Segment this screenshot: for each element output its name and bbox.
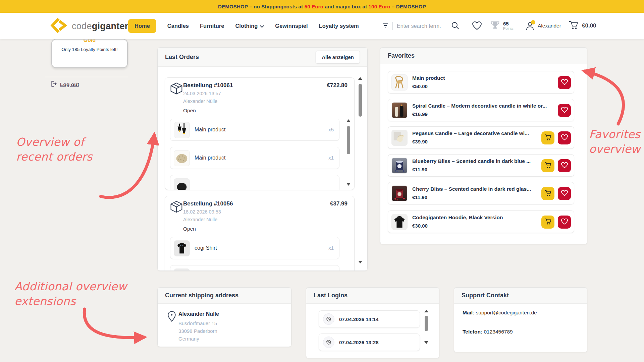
logout-label: Log out: [60, 81, 79, 87]
favorite-item[interactable]: Codegiganten Hoodie, Black Version €30.0…: [388, 210, 574, 233]
order-line-item: <> cogi Shirt x1: [170, 237, 339, 259]
nav-item-furniture[interactable]: Furniture: [200, 23, 224, 29]
favorite-item[interactable]: Blueberry Bliss – Scented candle in dark…: [388, 154, 574, 177]
order-date: 18.02.2026 09:53: [183, 209, 221, 215]
remove-favorite-button[interactable]: [558, 216, 571, 229]
cart-icon: [544, 190, 552, 197]
annotation-recent-orders: Overview of recent orders: [16, 135, 93, 164]
cart-widget[interactable]: €0.00: [569, 13, 596, 39]
annotation-extensions: Additional overview extensions: [14, 279, 127, 309]
support-phone-row: Telefon: 0123456789: [463, 329, 513, 335]
remove-favorite-button[interactable]: [558, 104, 571, 117]
order-total: €37.99: [330, 200, 347, 207]
order-item-name: Main product: [195, 127, 226, 133]
loyalty-points-note: Only 185 Loyalty Points left!: [52, 46, 127, 53]
loyalty-tier-card: Gold Only 185 Loyalty Points left!: [51, 39, 128, 68]
product-thumbnail-gray: [174, 268, 190, 271]
package-icon: [170, 200, 183, 215]
order-customer: Alexander Nülle: [183, 99, 217, 104]
last-logins-title: Last Logins: [314, 292, 347, 299]
order-card-10061: Bestellung #10061 €722.80 24.03.2026 13:…: [165, 77, 355, 190]
order-item-qty: x1: [328, 245, 334, 251]
support-contact-panel: Support Contakt Mail: support@codegigant…: [454, 287, 587, 352]
user-status-dot: [531, 20, 535, 24]
heart-icon: [561, 107, 568, 114]
shipping-country: Germany: [178, 336, 199, 342]
favorite-item[interactable]: Pegasus Candle – Large decorative candle…: [388, 126, 574, 149]
annotation-favorites: Favorites overview: [589, 127, 641, 157]
filter-icon[interactable]: [382, 23, 388, 29]
order-line-item-clipped: [170, 175, 339, 190]
trophy-icon: [490, 21, 500, 31]
logout-icon: [51, 80, 57, 88]
shipping-street: Busdorfmauer 15: [178, 320, 217, 326]
nav-item-candles[interactable]: Candles: [167, 23, 189, 29]
search-icon[interactable]: [451, 21, 459, 31]
product-thumbnail-rattan: [174, 150, 190, 166]
favorite-price: €30.00: [412, 223, 428, 229]
last-orders-title: Last Orders: [165, 54, 199, 61]
order-items-scrollbar[interactable]: [346, 119, 351, 190]
favorite-name: Codegiganten Hoodie, Black Version: [412, 215, 503, 221]
login-timestamp: 07.04.2026 13:28: [339, 340, 379, 345]
support-phone-label: Telefon:: [463, 329, 482, 335]
last-logins-panel: Last Logins 07.04.2026 14:14 07.04.2026 …: [306, 287, 439, 358]
login-timestamp: 07.04.2026 14:14: [339, 316, 379, 322]
add-to-cart-button[interactable]: [541, 159, 554, 172]
favorite-item[interactable]: Cherry Bliss – Scented candle in dark re…: [388, 182, 574, 204]
last-logins-header: Last Logins: [306, 288, 439, 304]
shipping-address-header: Current shipping address: [158, 288, 291, 304]
promo-banner-highlight-100: 100 Euro: [369, 4, 390, 9]
logins-scrollbar[interactable]: [424, 309, 428, 353]
order-line-item-clipped: [170, 265, 339, 271]
history-clock-icon: [323, 337, 334, 348]
main-header: codegiganten Home Candles Furniture Clot…: [0, 13, 644, 39]
order-id: Bestellung #10061: [183, 82, 233, 89]
favorites-title: Favorites: [388, 52, 415, 59]
sidebar-divider: [45, 77, 128, 77]
order-line-item: Main product x1: [170, 147, 339, 169]
remove-favorite-button[interactable]: [558, 187, 571, 200]
logo-text: codegiganten: [72, 21, 130, 32]
nav-item-clothing[interactable]: Clothing: [235, 23, 264, 29]
wishlist-icon[interactable]: [472, 13, 482, 39]
favorite-name: Main product: [412, 75, 445, 81]
shop-logo[interactable]: codegiganten: [50, 18, 130, 35]
logo-icon: [50, 18, 68, 35]
order-customer: Alexander Nülle: [183, 217, 217, 222]
arrow-to-extensions: [84, 309, 144, 338]
search-divider: [392, 22, 393, 30]
show-all-orders-button[interactable]: Alle anzeigen: [316, 51, 360, 64]
favorite-price: €16.99: [412, 111, 428, 117]
nav-item-loyalty-system[interactable]: Loyalty system: [319, 23, 359, 29]
order-total: €722.80: [327, 82, 347, 89]
order-item-qty: x5: [328, 127, 334, 132]
svg-text:<>: <>: [180, 244, 183, 246]
product-thumbnail-cherry-candle: [391, 185, 408, 201]
nav-item-gewinnspiel[interactable]: Gewinnspiel: [275, 23, 308, 29]
product-thumbnail-shirt: <>: [174, 240, 190, 256]
shipping-address-title: Current shipping address: [165, 292, 238, 299]
points-label: Points: [503, 26, 514, 31]
remove-favorite-button[interactable]: [558, 76, 571, 89]
favorite-item[interactable]: Main product €50.00: [388, 71, 574, 94]
main-nav: Home Candles Furniture Clothing Gewinnsp…: [128, 13, 359, 39]
nav-item-home[interactable]: Home: [128, 19, 156, 33]
remove-favorite-button[interactable]: [558, 131, 571, 144]
add-to-cart-button[interactable]: [541, 216, 554, 229]
favorite-price: €11.90: [412, 167, 427, 172]
account-widget[interactable]: Alexander: [525, 13, 561, 39]
product-thumbnail-chair: [391, 74, 408, 90]
add-to-cart-button[interactable]: [541, 187, 554, 200]
loyalty-points-widget[interactable]: 65 Points: [490, 13, 514, 39]
user-icon: [525, 21, 535, 31]
search-input[interactable]: [397, 23, 447, 29]
remove-favorite-button[interactable]: [558, 159, 571, 172]
favorite-item[interactable]: Spiral Candle – Modern decorative candle…: [388, 99, 574, 121]
add-to-cart-button[interactable]: [541, 131, 554, 144]
logout-link[interactable]: Log out: [51, 80, 79, 88]
orders-panel-scrollbar[interactable]: [358, 70, 362, 267]
last-orders-header: Last Orders Alle anzeigen: [158, 48, 367, 67]
loyalty-tier-name: Gold: [52, 39, 127, 43]
heart-icon: [561, 190, 568, 197]
